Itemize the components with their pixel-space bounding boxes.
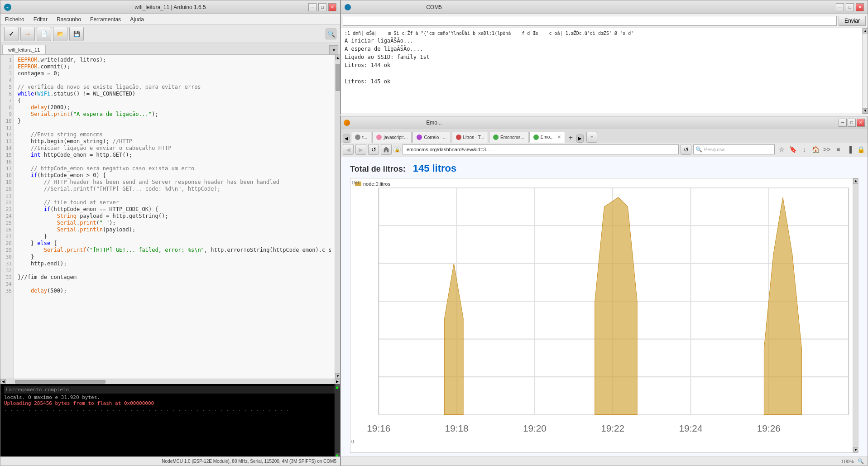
com5-line-2: A espera de ligaÃŠÃo....	[345, 45, 858, 53]
browser-extra-btn[interactable]: ≡	[586, 132, 597, 143]
nav-extra-icon[interactable]: 🔒	[856, 144, 866, 154]
back-button[interactable]: ◀	[343, 144, 354, 155]
nav-home-icon[interactable]: 🏠	[810, 144, 820, 154]
firefox-icon	[344, 120, 350, 126]
com5-scrollbar[interactable]: ▲ ▼	[862, 28, 868, 114]
tab-0-icon	[355, 135, 360, 140]
com5-input[interactable]	[343, 16, 837, 26]
browser-tab-0[interactable]: t...	[351, 132, 371, 143]
code-scrollbar-v[interactable]: ▲ ▼	[335, 55, 340, 379]
browser-close[interactable]: ✕	[857, 119, 865, 127]
browser-window: Emo... ─ □ ✕ ◀ t... javascript:... Corre…	[340, 116, 868, 466]
tab-dropdown[interactable]: ▾	[329, 45, 338, 54]
tab-4-label: Emoncms...	[500, 135, 524, 140]
nav-expand-icon[interactable]: >>	[822, 144, 832, 154]
com5-toolbar: Enviar	[341, 14, 868, 28]
refresh-button[interactable]: ↺	[368, 144, 379, 155]
maximize-button[interactable]: □	[318, 3, 326, 11]
zoom-level: 100%	[841, 459, 854, 464]
browser-tab-3[interactable]: Litros - T...	[452, 132, 489, 143]
menu-ficheiro[interactable]: Ficheiro	[2, 15, 27, 24]
search-bar[interactable]: 🔍 Pesquisa	[693, 144, 775, 154]
menu-rascunho[interactable]: Rascunho	[54, 15, 84, 24]
ssl-icon: 🔒	[393, 146, 401, 153]
browser-status-bar: 100% 🔍	[341, 456, 868, 466]
upload-button[interactable]: →	[20, 27, 35, 41]
chart-scroll-up[interactable]: ▲	[853, 178, 858, 184]
browser-tab-1[interactable]: javascript:...	[372, 132, 412, 143]
com5-close[interactable]: ✕	[856, 3, 864, 11]
output-line1: locals. O maximo e 31.920 bytes.	[4, 394, 336, 400]
forward-button[interactable]: ▶	[355, 144, 366, 155]
arduino-title: wifi_leitura_11 | Arduino 1.6.5	[134, 4, 206, 10]
com5-minimize[interactable]: ─	[836, 3, 844, 11]
browser-content: Total de litros: 145 litros node:0:litro…	[341, 157, 868, 466]
save-button[interactable]: 💾	[69, 27, 84, 41]
scroll-right-arrow[interactable]: ▶	[335, 379, 340, 384]
com5-line-5	[345, 69, 858, 77]
output-scroll-up[interactable]: ▲	[336, 384, 340, 388]
com5-window: COM5 ─ □ ✕ Enviar ;1 dmñ| œŠà| œ Sì c|Žf…	[340, 0, 868, 114]
line-numbers: 1 2 3 4 5 6 7 8 9 10 11 12 13 14 15 16 1…	[0, 55, 14, 379]
tab-5-close[interactable]: ✕	[557, 135, 561, 139]
chart-scrollbar[interactable]: ▲ ▼	[853, 178, 858, 452]
search-button[interactable]: 🔍	[326, 29, 336, 39]
browser-tab-2[interactable]: Correio - ...	[412, 132, 451, 143]
menu-editar[interactable]: Editar	[31, 15, 50, 24]
tab-scroll-right[interactable]: ▶	[576, 135, 584, 143]
chart-y-min: 0	[351, 439, 354, 444]
code-scrollbar-h[interactable]: ◀ ▶	[0, 379, 340, 384]
chart-scroll-down[interactable]: ▼	[853, 447, 858, 452]
download-icon[interactable]: ↓	[799, 144, 809, 154]
dashboard-value: 145 litros	[413, 163, 457, 174]
svg-text:19:18: 19:18	[445, 423, 469, 433]
tab-wifi-leitura[interactable]: wifi_leitura_11	[2, 45, 46, 54]
code-text: EEPROM.write(addr, litros); EEPROM.commi…	[14, 55, 335, 379]
new-tab-button[interactable]: +	[566, 133, 575, 143]
com5-send-button[interactable]: Enviar	[839, 16, 866, 26]
tab-bar: wifi_leitura_11 ▾	[0, 43, 340, 55]
tab-scroll-left[interactable]: ◀	[343, 135, 350, 143]
browser-title: Emo...	[426, 120, 442, 126]
verify-button[interactable]: ✓	[4, 27, 19, 41]
browser-extra-controls: ≡	[586, 132, 597, 143]
output-scroll-down[interactable]: ▼	[336, 453, 340, 456]
new-button[interactable]: 📄	[37, 27, 51, 41]
minimize-button[interactable]: ─	[308, 3, 317, 11]
menu-ferramentas[interactable]: Ferramentas	[87, 15, 124, 24]
com5-line-0: ;1 dmñ| œŠà| œ Sì c|Žf à "{'cœ cœño'Ylno…	[345, 30, 858, 37]
bookmark-star-icon[interactable]: ☆	[777, 144, 786, 154]
output-status: Carregamento completo	[4, 386, 336, 394]
com5-window-controls: ─ □ ✕	[836, 3, 864, 11]
com5-scroll-up[interactable]: ▲	[863, 28, 868, 34]
h-scroll-thumb[interactable]	[15, 380, 106, 384]
close-button[interactable]: ✕	[328, 3, 336, 11]
output-scrollbar[interactable]: ▲ ▼	[335, 384, 340, 456]
sidebar-icon[interactable]: ▐	[844, 144, 854, 154]
browser-minimize[interactable]: ─	[839, 119, 847, 127]
browser-tab-5[interactable]: Emo... ✕	[529, 132, 565, 143]
tab-5-label: Emo...	[541, 135, 554, 139]
menu-icon[interactable]: ≡	[833, 144, 843, 154]
reload-button[interactable]: ↺	[681, 144, 691, 155]
bookmark-manager-icon[interactable]: 🔖	[788, 144, 798, 154]
scroll-thumb[interactable]	[336, 64, 340, 91]
browser-maximize[interactable]: □	[848, 119, 856, 127]
browser-tab-4[interactable]: Emoncms...	[489, 132, 528, 143]
menu-ajuda[interactable]: Ajuda	[127, 15, 147, 24]
address-bar[interactable]	[403, 144, 679, 154]
zoom-icon[interactable]: 🔍	[858, 458, 864, 465]
svg-text:19:26: 19:26	[757, 423, 781, 433]
scroll-left-arrow[interactable]: ◀	[0, 379, 6, 384]
home-button[interactable]	[381, 144, 392, 155]
open-button[interactable]: 📂	[53, 27, 67, 41]
scroll-down-arrow[interactable]: ▼	[335, 373, 340, 379]
scroll-up-arrow[interactable]: ▲	[335, 55, 340, 60]
com5-line-1: A iniciar ligaÃŠÃo...	[345, 37, 858, 45]
code-editor[interactable]: 1 2 3 4 5 6 7 8 9 10 11 12 13 14 15 16 1…	[0, 55, 340, 379]
com5-scroll-down[interactable]: ▼	[863, 108, 868, 114]
com5-maximize[interactable]: □	[846, 3, 854, 11]
tab-5-icon	[533, 135, 539, 140]
svg-text:19:16: 19:16	[367, 423, 390, 433]
svg-marker-17	[595, 197, 637, 415]
